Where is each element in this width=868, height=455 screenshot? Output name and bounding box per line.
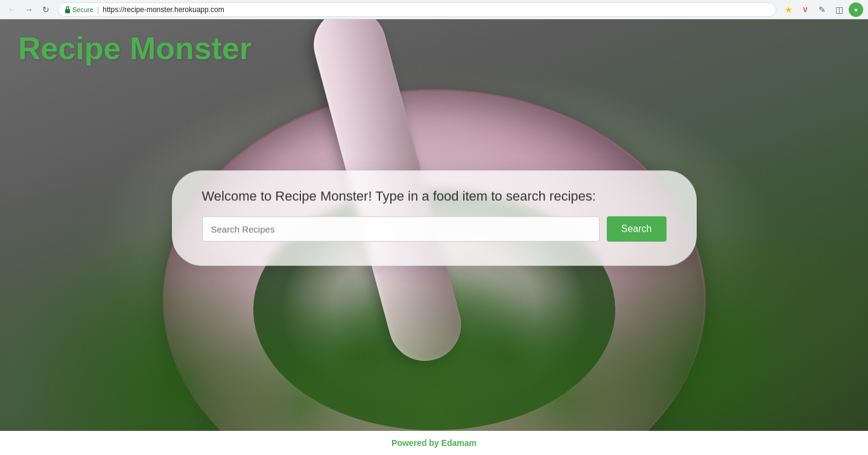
profile-button[interactable]: ● [849,2,863,17]
svg-rect-0 [65,9,70,13]
url-display: https://recipe-monster.herokuapp.com [103,5,224,14]
search-card: Welcome to Recipe Monster! Type in a foo… [172,170,697,266]
main-page: Recipe Monster Welcome to Recipe Monster… [0,19,868,455]
footer-text: Powered by Edamam [391,438,477,448]
url-separator: | [97,5,99,14]
back-button[interactable]: ← [5,2,19,17]
extensions-button[interactable]: ◫ [832,2,846,17]
vivaldi-button[interactable]: V [798,2,813,17]
secure-badge: Secure [65,6,93,13]
search-input[interactable] [202,216,600,241]
lock-icon [65,6,71,13]
browser-action-buttons: ★ V ✎ ◫ ● [781,2,863,17]
forward-button[interactable]: → [22,2,36,17]
bookmark-button[interactable]: ★ [781,2,796,17]
welcome-message: Welcome to Recipe Monster! Type in a foo… [202,188,667,204]
footer: Powered by Edamam [0,431,868,455]
reload-button[interactable]: ↻ [39,2,53,17]
page-title: Recipe Monster [18,30,252,66]
edit-button[interactable]: ✎ [815,2,829,17]
search-row: Search [202,216,667,241]
nav-buttons: ← → ↻ [5,2,53,17]
address-bar[interactable]: Secure | https://recipe-monster.herokuap… [58,2,776,17]
search-button[interactable]: Search [607,216,667,241]
browser-chrome: ← → ↻ Secure | https://recipe-monster.he… [0,0,868,19]
